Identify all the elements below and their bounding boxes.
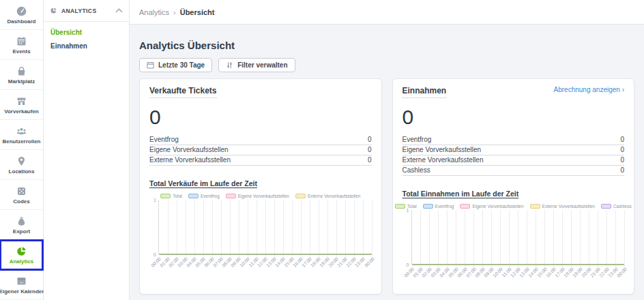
pie-chart-icon <box>16 245 27 257</box>
legend-item: Eventfrog <box>423 204 454 209</box>
users-icon <box>16 125 27 137</box>
stat-row-label: Cashless <box>402 166 430 174</box>
sales-over-time-chart: TotalEventfrogEigene VorverkaufsstellenE… <box>149 188 372 271</box>
svg-text:<>: <> <box>19 280 23 284</box>
gridline <box>518 210 518 267</box>
gridline <box>336 200 337 257</box>
sidebar-item-locations[interactable]: Locations <box>0 150 43 180</box>
sidebar-item-marktplatz[interactable]: Marktplatz <box>0 60 43 90</box>
legend-item: Eigene Vorverkaufsstellen <box>460 204 523 209</box>
gridline <box>606 210 607 267</box>
gridline <box>473 210 474 267</box>
chevron-up-icon[interactable] <box>115 7 123 14</box>
breadcrumb-separator-icon: › <box>173 8 176 16</box>
sidebar-item-label: Analytics <box>10 258 34 265</box>
sidebar-item-analytics[interactable]: Analytics <box>0 240 43 270</box>
x-axis-labels: 00:0001:0002:0003:0004:0005:0006:0007:00… <box>411 265 625 281</box>
legend-label: Eventfrog <box>201 194 220 198</box>
calendar-widget-code-icon: <> <box>16 275 27 287</box>
gridline <box>580 210 581 267</box>
sidebar-item-label: Locations <box>9 168 35 175</box>
storefront-icon <box>16 95 27 107</box>
gridline <box>482 210 483 267</box>
subnav-header[interactable]: ANALYTICS <box>44 0 129 22</box>
link-arrow-icon: › <box>622 86 624 93</box>
date-range-button[interactable]: Letzte 30 Tage <box>139 58 212 72</box>
legend-swatch <box>530 204 540 209</box>
y-tick-label: 0 <box>153 252 156 257</box>
sidebar-item-label: Codes <box>13 198 29 205</box>
sidebar-item-benutzerrollen[interactable]: Benutzerrollen <box>0 120 43 150</box>
gridline <box>372 200 372 257</box>
gridline <box>624 210 625 267</box>
sidebar-item-label: Events <box>12 48 30 55</box>
gridline <box>465 210 465 267</box>
stat-row-value: 0 <box>620 166 624 174</box>
gridline <box>553 210 554 267</box>
gridline <box>248 200 248 257</box>
y-tick-label: 0 <box>407 262 409 267</box>
legend-label: Externe Vorverkaufsstellen <box>542 204 595 209</box>
page-content: Analytics Übersicht Letzte 30 Tage Filte… <box>130 25 644 300</box>
stat-row-label: Eigene Vorverkaufsstellen <box>149 146 229 153</box>
gridline <box>438 210 439 267</box>
gridline <box>571 210 572 267</box>
chart-title: Total Einnahmen im Laufe der Zeit <box>402 190 625 198</box>
gridline <box>429 210 430 267</box>
pie-chart-icon-small <box>50 7 57 14</box>
x-tick-label: 00:00 <box>363 256 375 268</box>
stat-row-value: 0 <box>620 136 624 143</box>
icon-sidebar: Dashboard Events Marktplatz Vorverkaufen… <box>0 0 44 300</box>
subnav-item-uebersicht[interactable]: Übersicht <box>50 29 122 36</box>
gridline <box>327 200 328 257</box>
legend-swatch <box>460 204 470 209</box>
gridline <box>562 210 563 267</box>
gridline <box>177 200 177 257</box>
card-total-value: 0 <box>149 107 372 127</box>
stat-row: Externe Vorverkaufsstellen0 <box>402 155 625 166</box>
gridline <box>292 200 293 257</box>
legend-label: Cashless <box>613 204 632 209</box>
card-title: Verkaufte Tickets <box>149 86 217 98</box>
legend-item: Eigene Vorverkaufsstellen <box>226 194 289 198</box>
gridline <box>257 200 257 257</box>
stat-row-value: 0 <box>620 156 624 164</box>
legend-swatch <box>226 194 236 198</box>
calendar-icon <box>147 61 154 69</box>
chart-legend: TotalEventfrogEigene VorverkaufsstellenE… <box>149 194 372 198</box>
subnav-title: ANALYTICS <box>61 7 111 14</box>
stat-row-label: Eigene Vorverkaufsstellen <box>402 146 482 153</box>
show-billing-link[interactable]: Abrechnung anzeigen › <box>554 86 624 93</box>
sliders-icon <box>226 61 233 69</box>
sidebar-item-dashboard[interactable]: Dashboard <box>0 0 43 30</box>
stat-row: Eigene Vorverkaufsstellen0 <box>149 145 372 155</box>
stat-row: Externe Vorverkaufsstellen0 <box>149 155 372 166</box>
subnav-item-einnahmen[interactable]: Einnahmen <box>50 42 122 50</box>
gridline <box>265 200 266 257</box>
stat-row-value: 0 <box>368 136 372 143</box>
legend-item: Cashless <box>601 204 632 209</box>
gridline <box>615 210 616 267</box>
show-billing-label: Abrechnung anzeigen <box>554 86 620 93</box>
calendar-icon <box>16 35 27 47</box>
stat-row-value: 0 <box>620 146 624 153</box>
gridline <box>212 200 213 257</box>
sidebar-item-events[interactable]: Events <box>0 30 43 60</box>
gridline <box>221 200 222 257</box>
breadcrumb-section[interactable]: Analytics <box>139 8 169 16</box>
gridline <box>598 210 598 267</box>
sidebar-item-vorverkaufen[interactable]: Vorverkaufen <box>0 90 43 120</box>
sidebar-item-export[interactable]: Export <box>0 210 43 240</box>
sidebar-item-label: Dashboard <box>8 18 36 25</box>
manage-filters-button[interactable]: Filter verwalten <box>218 58 295 72</box>
gridline <box>301 200 302 257</box>
stat-row-value: 0 <box>368 156 372 164</box>
legend-swatch <box>188 194 199 198</box>
manage-filters-label: Filter verwalten <box>237 61 287 69</box>
sidebar-item-eigener-kalender[interactable]: <> Eigener Kalender <box>0 270 43 300</box>
chart-legend: TotalEventfrogEigene VorverkaufsstellenE… <box>402 204 625 209</box>
sidebar-item-codes[interactable]: Codes <box>0 180 43 210</box>
legend-item: Eventfrog <box>188 194 220 198</box>
legend-label: Externe Vorverkaufsstellen <box>308 194 360 198</box>
legend-label: Total <box>173 194 182 198</box>
